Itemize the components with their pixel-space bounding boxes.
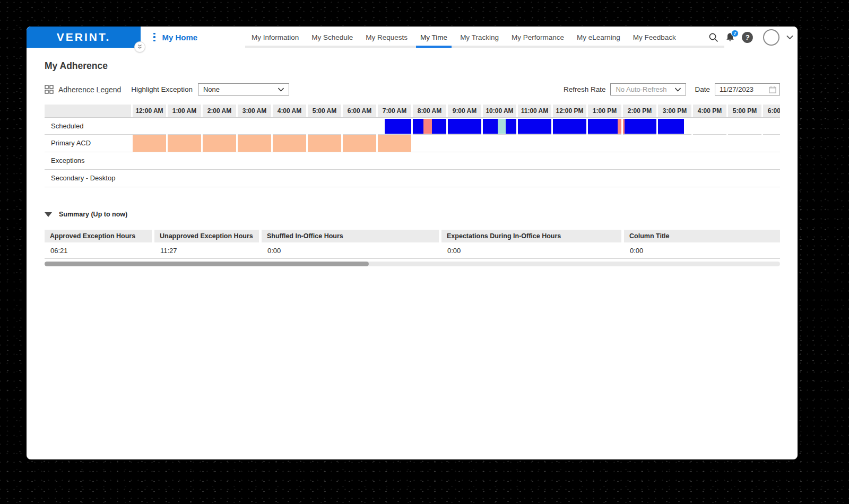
page-content: My Adherence Adherence Legend Highlight … <box>27 60 798 266</box>
highlight-exception-value: None <box>203 85 220 93</box>
hour-gap-line <box>341 135 343 152</box>
refresh-rate-value: No Auto-Refresh <box>616 85 666 93</box>
hour-gap-line <box>726 135 728 152</box>
hour-gap-line <box>691 170 693 187</box>
hour-gap-line <box>621 170 623 187</box>
segment-scheduled <box>625 119 684 134</box>
hour-gap-line <box>516 152 518 169</box>
date-value: 11/27/2023 <box>720 85 753 93</box>
hour-gap-line <box>411 170 413 187</box>
nav-tab-my-schedule[interactable]: My Schedule <box>305 27 359 48</box>
hour-gap-line <box>411 135 413 152</box>
date-input[interactable]: 11/27/2023 <box>715 83 780 95</box>
search-icon[interactable] <box>708 32 718 42</box>
summary-col-header-approved-exception-hours: Approved Exception Hours <box>45 230 152 242</box>
hour-header-6-00-pm: 6:00 PM <box>763 105 780 117</box>
hour-gap-line <box>481 152 483 169</box>
hour-gap-line <box>481 170 483 187</box>
horizontal-scrollbar-track[interactable] <box>45 262 780 266</box>
hour-gap-line <box>656 170 658 187</box>
timeline-corner-cell <box>45 105 131 117</box>
segment-scheduled <box>432 119 497 134</box>
hour-header-6-00-am: 6:00 AM <box>343 105 376 117</box>
hour-header-3-00-am: 3:00 AM <box>238 105 271 117</box>
calendar-icon[interactable] <box>769 86 776 93</box>
top-bar: VERINT. My Home My InformationMy Schedul… <box>27 27 798 48</box>
refresh-rate-label: Refresh Rate <box>564 85 606 93</box>
hour-header-5-00-pm: 5:00 PM <box>728 105 761 117</box>
hour-gap-line <box>341 118 343 135</box>
summary-col-value-approved-exception-hours: 06:21 <box>45 242 152 258</box>
hour-gap-line <box>236 152 238 169</box>
refresh-rate-select[interactable]: No Auto-Refresh <box>610 83 686 95</box>
hour-gap-line <box>691 135 693 152</box>
hour-gap-line <box>166 152 168 169</box>
chevron-down-icon <box>674 88 681 92</box>
hour-header-1-00-am: 1:00 AM <box>168 105 201 117</box>
hour-gap-line <box>446 135 448 152</box>
hour-header-4-00-am: 4:00 AM <box>273 105 306 117</box>
nav-tab-my-time[interactable]: My Time <box>414 27 454 48</box>
nav-tab-my-performance[interactable]: My Performance <box>505 27 570 48</box>
nav-tab-my-information[interactable]: My Information <box>245 27 305 48</box>
hour-gap-line <box>166 170 168 187</box>
hour-gap-line <box>761 170 763 187</box>
hour-header-4-00-pm: 4:00 PM <box>693 105 726 117</box>
hour-gap-line <box>761 118 763 135</box>
timeline-row-secondary-desktop: Secondary - Desktop <box>45 170 780 187</box>
summary-col-value-shuffled-in-office-hours: 0:00 <box>262 242 439 258</box>
hour-gap-line <box>446 152 448 169</box>
segment-exception <box>423 119 432 134</box>
highlight-exception-select[interactable]: None <box>198 83 289 95</box>
summary-col-value-unapproved-exception-hours: 11:27 <box>154 242 259 258</box>
hour-gap-line <box>691 152 693 169</box>
profile-chevron-down-icon[interactable] <box>786 35 793 40</box>
hour-header-7-00-am: 7:00 AM <box>378 105 411 117</box>
my-home-link[interactable]: My Home <box>162 33 198 42</box>
hour-header-9-00-am: 9:00 AM <box>448 105 481 117</box>
verint-logo: VERINT. <box>27 27 141 48</box>
collapse-header-button[interactable] <box>134 41 145 53</box>
hour-gap-line <box>551 170 553 187</box>
horizontal-scrollbar-thumb[interactable] <box>45 262 369 266</box>
timeline-rows: ScheduledPrimary ACDExceptionsSecondary … <box>45 117 780 187</box>
hour-gap-line <box>341 152 343 169</box>
hour-gap-line <box>236 118 238 135</box>
right-controls: Refresh Rate No Auto-Refresh Date 11/27/… <box>564 83 780 95</box>
main-nav: My InformationMy ScheduleMy RequestsMy T… <box>245 27 682 48</box>
app-window: VERINT. My Home My InformationMy Schedul… <box>27 27 798 459</box>
hour-gap-line <box>726 170 728 187</box>
timeline-track <box>133 152 780 169</box>
segment-scheduled <box>506 119 618 134</box>
summary-table-values: 06:2111:270:000:000:00 <box>45 242 780 259</box>
summary-table-header: Approved Exception HoursUnapproved Excep… <box>45 230 780 242</box>
summary-title: Summary (Up to now) <box>59 211 127 218</box>
page-title: My Adherence <box>45 60 780 72</box>
hour-gap-line <box>586 118 588 135</box>
legend-grid-icon <box>45 85 54 94</box>
top-icon-group: 7 ? <box>708 27 793 48</box>
hour-gap-line <box>621 135 623 152</box>
summary-collapse-arrow-icon[interactable] <box>45 212 52 217</box>
hour-gap-line <box>621 118 623 135</box>
hour-gap-line <box>726 152 728 169</box>
hour-gap-line <box>656 135 658 152</box>
hour-gap-line <box>306 152 308 169</box>
nav-tab-my-tracking[interactable]: My Tracking <box>454 27 505 48</box>
date-label: Date <box>695 85 710 93</box>
hour-gap-line <box>586 170 588 187</box>
hour-header-12-00-am: 12:00 AM <box>133 105 166 117</box>
user-avatar[interactable] <box>763 29 779 46</box>
row-label-secondary-desktop: Secondary - Desktop <box>51 170 115 187</box>
adherence-timeline: 12:00 AM1:00 AM2:00 AM3:00 AM4:00 AM5:00… <box>45 105 780 187</box>
notifications-bell-icon[interactable]: 7 <box>725 32 735 42</box>
hour-gap-line <box>201 135 203 152</box>
timeline-track <box>133 118 780 135</box>
nav-tab-my-requests[interactable]: My Requests <box>359 27 414 48</box>
nav-tab-my-elearning[interactable]: My eLearning <box>570 27 627 48</box>
timeline-track <box>133 170 780 187</box>
help-feedback-icon[interactable]: ? <box>742 32 753 43</box>
adherence-legend-button[interactable]: Adherence Legend <box>45 85 121 94</box>
kebab-menu-icon[interactable] <box>152 32 157 43</box>
nav-tab-my-feedback[interactable]: My Feedback <box>627 27 682 48</box>
